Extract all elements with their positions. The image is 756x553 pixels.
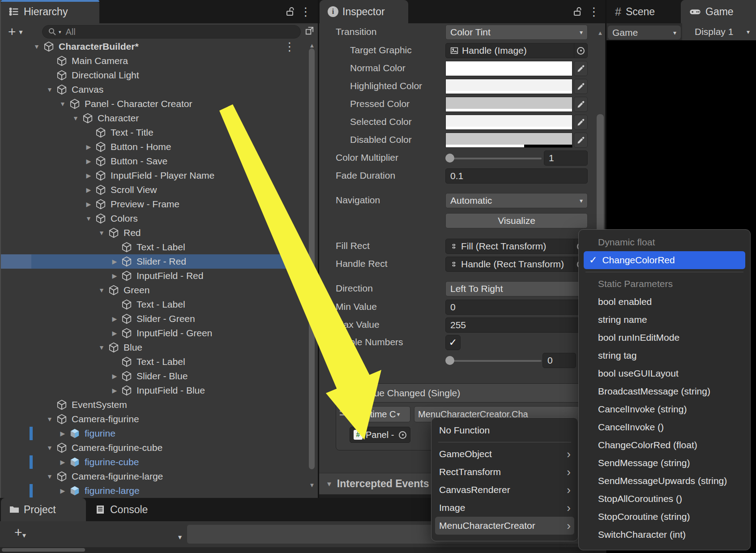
fold-arrow-icon[interactable]: ▼: [69, 115, 82, 122]
menu-item-method[interactable]: CancelInvoke (string): [579, 400, 750, 418]
hierarchy-tree-row[interactable]: ▶ InputField - Red ⋮: [1, 269, 309, 283]
hierarchy-tree-row[interactable]: ▼ Camera-figurine-large ⋮: [1, 469, 309, 484]
menu-item-method[interactable]: string tag: [579, 347, 750, 364]
hierarchy-tree-row[interactable]: ▼ Character ⋮: [1, 111, 309, 125]
hierarchy-tree-row[interactable]: ▼ Canvas ⋮: [1, 82, 309, 97]
tab-hierarchy[interactable]: Hierarchy: [1, 0, 99, 23]
hierarchy-tree-row[interactable]: ▶ figurine-large ⋮: [1, 484, 309, 498]
tab-scene[interactable]: # Scene: [615, 0, 655, 23]
color-multiplier-slider[interactable]: [445, 150, 542, 166]
whole-numbers-checkbox[interactable]: ✓: [445, 335, 461, 350]
hierarchy-tree-row[interactable]: ▶ figurine ⋮: [1, 426, 309, 441]
menu-item-selected-method[interactable]: ✓ ChangeColorRed: [584, 251, 745, 269]
tab-project[interactable]: Project: [1, 498, 86, 521]
fold-arrow-icon[interactable]: ▶: [82, 201, 95, 208]
tab-game[interactable]: Game: [681, 0, 756, 23]
hierarchy-tree-row[interactable]: ▶ InputField - Player Name ⋮: [1, 168, 309, 183]
hierarchy-tree-row[interactable]: ▶ Slider - Red ⋮: [1, 254, 309, 269]
fold-arrow-icon[interactable]: ▶: [82, 172, 95, 179]
menu-item-method[interactable]: BroadcastMessage (string): [579, 382, 750, 400]
column-layout-caret[interactable]: ▾: [178, 533, 182, 541]
menu-item-no-function[interactable]: No Function: [431, 421, 578, 439]
menu-item-component[interactable]: CanvasRenderer ›: [431, 481, 578, 499]
fold-arrow-icon[interactable]: ▼: [95, 229, 108, 236]
search-filter-caret[interactable]: ▾: [59, 29, 61, 35]
scroll-up-icon[interactable]: ▲: [307, 42, 317, 49]
target-graphic-object-field[interactable]: Handle (Image): [445, 43, 588, 58]
fold-arrow-icon[interactable]: ▶: [82, 186, 95, 193]
menu-item-method[interactable]: ChangeColorRed (float): [579, 436, 750, 454]
fold-arrow-icon[interactable]: ▼: [56, 100, 69, 107]
fold-arrow-icon[interactable]: ▼: [30, 43, 43, 50]
fold-arrow-icon[interactable]: ▶: [56, 459, 69, 466]
menu-item-method[interactable]: bool runInEditMode: [579, 329, 750, 347]
create-object-plus-button[interactable]: +: [8, 25, 16, 39]
fold-arrow-icon[interactable]: ▶: [82, 158, 95, 165]
object-picker-icon[interactable]: [574, 43, 587, 58]
menu-item-method[interactable]: CancelInvoke (): [579, 418, 750, 436]
eyedropper-button[interactable]: [574, 79, 588, 94]
direction-dropdown[interactable]: Left To Right ▾: [445, 281, 588, 296]
hierarchy-tree-row[interactable]: Text - Label ⋮: [1, 297, 309, 312]
hierarchy-tree-row[interactable]: ▼ CharacterBuilder* ⋮: [1, 39, 309, 54]
menu-item-component[interactable]: MenuCharacterCreator ›: [435, 517, 574, 535]
color-swatch[interactable]: [445, 115, 572, 130]
fold-arrow-icon[interactable]: ▶: [108, 258, 121, 265]
game-view-dropdown[interactable]: Game ▾: [608, 26, 681, 39]
hierarchy-tree-row[interactable]: Directional Light ⋮: [1, 68, 309, 82]
display-dropdown[interactable]: Display 1 ▾: [682, 23, 756, 40]
visualize-button[interactable]: Visualize: [445, 213, 588, 228]
eyedropper-button[interactable]: [574, 97, 588, 112]
inspector-menu-kebab[interactable]: ⋮: [588, 6, 600, 17]
fold-arrow-icon[interactable]: ▼: [43, 416, 56, 423]
scene-options-kebab[interactable]: ⋮: [284, 41, 295, 52]
hierarchy-tree-row[interactable]: ▼ Green ⋮: [1, 283, 309, 297]
menu-item-method[interactable]: bool enabled: [579, 293, 750, 311]
eyedropper-button[interactable]: [574, 115, 588, 130]
fill-rect-object-field[interactable]: Fill (Rect Transform): [445, 239, 588, 254]
slider-handle[interactable]: [445, 154, 454, 163]
fold-arrow-icon[interactable]: ▼: [95, 287, 108, 294]
hierarchy-lock-icon[interactable]: [285, 6, 296, 17]
hierarchy-menu-kebab[interactable]: ⋮: [300, 6, 312, 17]
hierarchy-tree-row[interactable]: ▶ Slider - Green ⋮: [1, 312, 309, 326]
hierarchy-tree-row[interactable]: Text - Label ⋮: [1, 355, 309, 369]
fold-arrow-icon[interactable]: ▶: [56, 487, 69, 494]
create-asset-caret[interactable]: ▾: [22, 531, 26, 540]
transition-dropdown[interactable]: Color Tint ▾: [445, 25, 588, 40]
color-swatch[interactable]: [445, 97, 572, 112]
hierarchy-scrollbar[interactable]: ▲ ▼: [307, 40, 317, 498]
hierarchy-tree-row[interactable]: ▶ InputField - Green ⋮: [1, 326, 309, 340]
event-mode-dropdown[interactable]: Runtime C ▾: [350, 406, 410, 422]
handle-rect-object-field[interactable]: Handle (Rect Transform): [445, 257, 588, 272]
hierarchy-tree-row[interactable]: ▼ Camera-figurine ⋮: [1, 412, 309, 426]
value-slider[interactable]: [445, 353, 542, 368]
color-swatch[interactable]: [445, 133, 572, 148]
hierarchy-tree-row[interactable]: ▼ Red ⋮: [1, 226, 309, 240]
hierarchy-search-input[interactable]: ▾ All: [42, 25, 301, 39]
fold-arrow-icon[interactable]: ▶: [108, 315, 121, 322]
menu-item-method[interactable]: string name: [579, 311, 750, 329]
hscrollbar-thumb[interactable]: [2, 548, 85, 552]
menu-item-method[interactable]: SwitchCharacter (int): [579, 526, 750, 544]
hierarchy-tree-row[interactable]: ▶ Preview - Frame ⋮: [1, 197, 309, 211]
object-picker-icon[interactable]: [399, 431, 406, 439]
hierarchy-tree-row[interactable]: ▼ Panel - Character Creator ⋮: [1, 97, 309, 111]
menu-item-method[interactable]: StopAllCoroutines (): [579, 490, 750, 508]
fold-arrow-icon[interactable]: ▼: [95, 344, 108, 351]
fold-arrow-icon[interactable]: ▼: [43, 86, 56, 93]
hierarchy-tree-row[interactable]: EventSystem ⋮: [1, 398, 309, 412]
hierarchy-tree-row[interactable]: ▶ InputField - Blue ⋮: [1, 383, 309, 398]
fold-arrow-icon[interactable]: ▼: [326, 480, 333, 488]
fold-arrow-icon[interactable]: ▶: [82, 143, 95, 150]
eyedropper-button[interactable]: [574, 133, 588, 148]
hierarchy-tree-row[interactable]: ▶ Slider - Blue ⋮: [1, 369, 309, 383]
color-multiplier-field[interactable]: 1: [544, 150, 588, 166]
menu-item-method[interactable]: StopCoroutine (string): [579, 508, 750, 526]
menu-item-method[interactable]: bool useGUILayout: [579, 364, 750, 382]
menu-item-method[interactable]: SendMessageUpwards (string): [579, 472, 750, 490]
event-drag-handle-icon[interactable]: [340, 411, 349, 418]
project-hscrollbar[interactable]: [0, 547, 606, 553]
eyedropper-button[interactable]: [574, 61, 588, 76]
hierarchy-tree-row[interactable]: ▶ Scroll View ⋮: [1, 183, 309, 197]
